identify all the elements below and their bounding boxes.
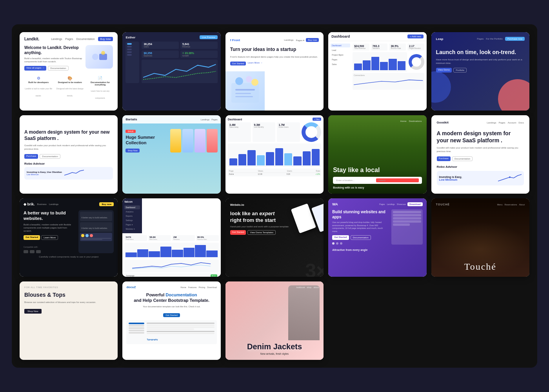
expert-btn1[interactable]: Get Started	[230, 230, 246, 235]
landkit-btn1[interactable]: View all pages →	[24, 66, 46, 71]
denim-headline: Denim Jackets	[230, 342, 319, 351]
expert-btn2[interactable]: View Demo Templates	[247, 230, 275, 235]
stat-expenses: $8,356 Expenses	[142, 51, 179, 58]
gk-investing: Investing is Easy, Low Minimum	[437, 171, 524, 185]
card-summer: Bartails Landings Pages SALE Huge Summer…	[122, 115, 220, 194]
blouses-cta-btn[interactable]: Shop Now	[24, 309, 42, 314]
wf-btns: Get Started Documentation	[332, 235, 388, 240]
sidebar-item-reports[interactable]: Reports	[124, 214, 140, 218]
table-divider	[229, 172, 320, 173]
analytics-cta[interactable]: Live Preview	[200, 35, 218, 39]
local-search-btn[interactable]: Search	[376, 178, 418, 182]
brik-btn1[interactable]: Get Started	[24, 235, 40, 240]
sidebar-item-dashboard[interactable]: Dashboard	[124, 205, 140, 209]
landkit-headline: Welcome to Landkit. Develop anything.	[24, 45, 82, 55]
stat-value: 5,641	[182, 43, 216, 45]
brik-btn2[interactable]: Learn More	[41, 235, 58, 240]
analytics-content: 36,254 Users 5,641 Revenue $8,356 Expens…	[125, 42, 217, 83]
bar	[312, 149, 320, 165]
content-line	[147, 327, 214, 328]
bar	[266, 152, 274, 165]
touche-headline: Touché	[436, 261, 525, 272]
investing-chart	[64, 169, 84, 177]
summer-nav-links: Landings Pages	[201, 118, 218, 121]
sidebar-item-pages[interactable]: Pages ▾	[124, 223, 140, 227]
nav-link: Landings	[487, 122, 496, 124]
touche-content: TOUCHÉ Menu Reservations About Touché	[431, 198, 529, 277]
content-line	[147, 331, 214, 332]
content-line	[147, 333, 214, 334]
stat-revenue: 5,641 Revenue	[180, 42, 218, 49]
goodkit-btn2[interactable]: Documentation	[40, 154, 60, 159]
brik-desc: Build a beautiful, modern website with f…	[24, 223, 75, 233]
summer-cta[interactable]: Shop Now	[125, 149, 139, 152]
wf-btn2[interactable]: Documentation	[351, 235, 371, 240]
leap-btn1[interactable]: View Demo	[436, 68, 452, 73]
sidebar-item-projects[interactable]: Project Mgmt	[331, 53, 350, 57]
landkit-text: Welcome to Landkit. Develop anything. Bu…	[24, 45, 82, 74]
leap-nav-links: Pages For the Portfolio	[477, 38, 503, 40]
illustration-svg	[89, 49, 109, 65]
leap-btn2[interactable]: Portfolio	[453, 68, 467, 73]
avatar	[85, 234, 89, 237]
sidebar-item-analytics[interactable]: Analytics	[124, 210, 140, 214]
analytics2-btn[interactable]: + New	[313, 118, 321, 121]
feature-developers: ⚙ Built for developers Landkit is built …	[24, 76, 53, 100]
wf-btn1[interactable]: Get Started	[332, 235, 349, 240]
screenshot-row	[393, 217, 421, 220]
landkit-cta-btn[interactable]: Buy now	[98, 37, 113, 41]
nav-link: Documentation	[76, 38, 95, 40]
front-cta-btn[interactable]: Buy now	[306, 38, 319, 42]
docs-nav: docuZ Home Features Pricing Download	[126, 285, 216, 289]
blouses-nav: FOR ALL TIME FAVORITES	[24, 286, 113, 289]
brik-cta-btn[interactable]: Buy now	[99, 202, 114, 206]
front-btn1[interactable]: Get Started	[230, 62, 246, 65]
gk-btn2[interactable]: Documentation	[452, 156, 473, 161]
line-chart-svg	[143, 61, 216, 82]
sidebar-item	[129, 325, 144, 327]
sidebar-item	[129, 327, 144, 329]
nav-link: Landings	[51, 38, 62, 40]
docs-cta-btn[interactable]: Get Started	[163, 313, 180, 317]
line-svg	[125, 260, 218, 270]
local-search-placeholder: Enter a location...	[336, 179, 374, 181]
analytics2-header: Dashboard + New	[228, 118, 321, 121]
sidebar-item-pages[interactable]: Pages	[331, 58, 350, 62]
dash-cta-btn[interactable]: + Add new	[407, 34, 423, 38]
person-1	[170, 129, 181, 152]
nav-link: lookbook	[296, 286, 305, 289]
gk-btn1[interactable]: Purchase	[437, 156, 451, 161]
gk-btns: Purchase Documentation	[437, 156, 524, 161]
front-btn2[interactable]: Learn More →	[247, 62, 262, 65]
bar	[284, 153, 292, 165]
denim-desc: New arrivals, fresh styles	[230, 352, 319, 355]
nav-link: Pages	[477, 38, 484, 40]
stat-pages: 2.17 Pages/Session	[407, 44, 424, 51]
leap-cta-btn[interactable]: Purchase now	[505, 37, 525, 41]
investing-sub: Low Minimum	[27, 173, 62, 176]
goodkit-btn1[interactable]: Purchase	[24, 154, 38, 159]
sidebar-dot	[127, 51, 132, 53]
docs-desc: Your documentation template can look lik…	[126, 305, 216, 308]
sidebar-item-sales[interactable]: Sales	[331, 62, 350, 66]
sidebar-item-modules[interactable]: Modules ▾	[124, 227, 140, 231]
wf-headline: Build stunning websites and apps	[332, 209, 388, 220]
docs-headline-accent: Documentation	[165, 292, 197, 297]
bar	[371, 57, 379, 70]
landkit-hero: Welcome to Landkit. Develop anything. Bu…	[24, 45, 113, 74]
sidebar-item-settings[interactable]: Settings	[124, 218, 140, 222]
front-hero: Turn your ideas into a startup Front's f…	[230, 47, 319, 65]
stat-label: Success Rate	[197, 238, 218, 240]
brik-mini-card-2: A better way to build websites.	[80, 222, 112, 232]
stat-value: $8,356	[144, 52, 177, 54]
wf-cta-btn[interactable]: Download	[407, 202, 423, 206]
landkit-btn2[interactable]: Documentation	[48, 66, 68, 71]
sidebar-item-dashboard[interactable]: Dashboard	[331, 44, 350, 47]
docs-hero: Powerful Documentation and Help Center B…	[126, 292, 216, 320]
bar	[247, 150, 255, 165]
feature-desc: Designed with the latest design trends.	[56, 87, 84, 97]
connections-chart	[354, 77, 423, 87]
sidebar-item-lead[interactable]: Lead	[331, 48, 350, 52]
analytics2-title: Dashboard	[228, 118, 242, 121]
bar	[195, 245, 206, 257]
